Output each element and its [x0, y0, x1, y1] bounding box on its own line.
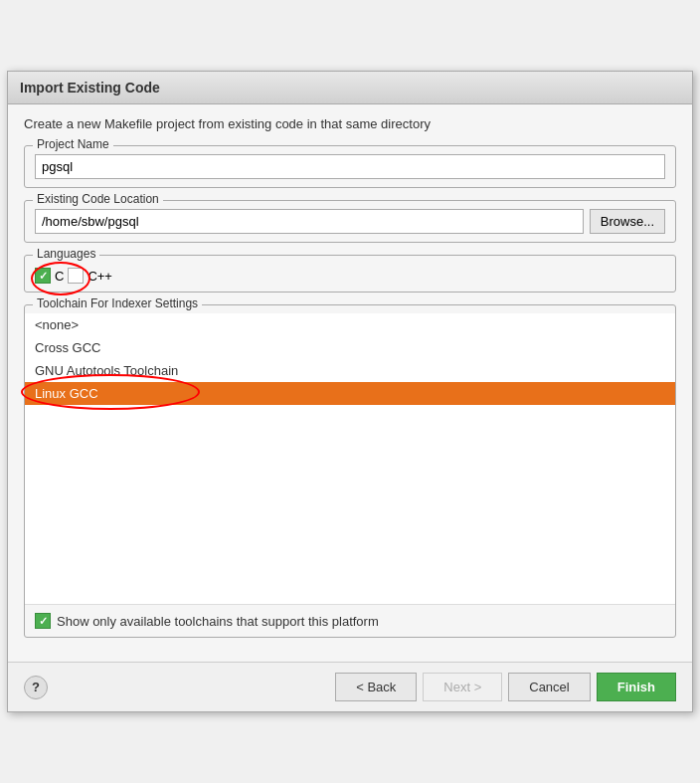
cancel-button[interactable]: Cancel [508, 673, 590, 701]
toolchain-list: <none> Cross GCC GNU Autotools Toolchain… [25, 313, 675, 604]
c-checkbox[interactable] [35, 268, 51, 284]
languages-group: Languages C C++ [24, 255, 676, 293]
dialog-title: Import Existing Code [20, 80, 160, 96]
toolchain-spacer [25, 405, 675, 604]
dialog-header: Import Existing Code [8, 72, 692, 104]
toolchain-item-none[interactable]: <none> [25, 313, 675, 336]
toolchain-label: Toolchain For Indexer Settings [33, 296, 202, 310]
show-available-label: Show only available toolchains that supp… [57, 614, 379, 629]
toolchain-item-cross-gcc[interactable]: Cross GCC [25, 336, 675, 359]
languages-label: Languages [33, 247, 99, 261]
browse-button[interactable]: Browse... [590, 209, 665, 234]
code-location-input[interactable] [35, 209, 584, 234]
code-location-label: Existing Code Location [33, 192, 163, 206]
show-available-row: Show only available toolchains that supp… [25, 604, 675, 637]
footer-buttons: < Back Next > Cancel Finish [335, 673, 676, 701]
cpp-label: C++ [88, 269, 112, 284]
next-button: Next > [423, 673, 502, 701]
code-location-row: Browse... [35, 209, 665, 234]
cpp-checkbox[interactable] [68, 268, 84, 284]
project-name-input[interactable] [35, 154, 665, 179]
dialog-subtitle: Create a new Makefile project from exist… [24, 116, 676, 131]
toolchain-group: Toolchain For Indexer Settings <none> Cr… [24, 304, 676, 638]
show-available-checkbox[interactable] [35, 613, 51, 629]
project-name-label: Project Name [33, 137, 113, 151]
finish-button[interactable]: Finish [597, 673, 676, 701]
import-dialog: Import Existing Code Create a new Makefi… [7, 71, 693, 712]
toolchain-item-gnu-autotools[interactable]: GNU Autotools Toolchain [25, 359, 675, 382]
toolchain-item-linux-gcc[interactable]: Linux GCC [25, 382, 675, 405]
languages-items: C C++ [35, 268, 112, 284]
c-label: C [55, 269, 64, 284]
dialog-footer: ? < Back Next > Cancel Finish [8, 662, 692, 711]
code-location-group: Existing Code Location Browse... [24, 200, 676, 243]
back-button[interactable]: < Back [335, 673, 417, 701]
project-name-group: Project Name [24, 145, 676, 188]
dialog-body: Create a new Makefile project from exist… [8, 104, 692, 662]
help-button[interactable]: ? [24, 676, 48, 699]
